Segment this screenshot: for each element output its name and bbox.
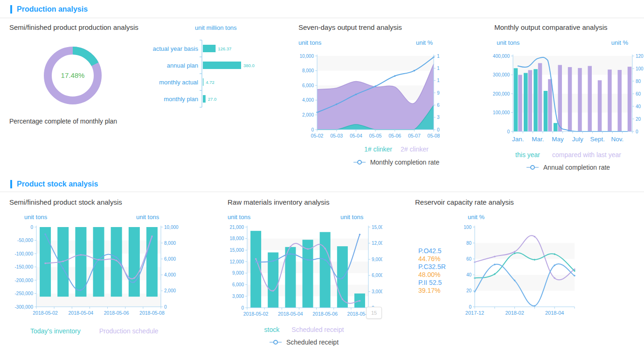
unit-left-label: unit tons: [298, 39, 321, 46]
panel-title: Raw materials inventory analysis: [228, 198, 329, 206]
svg-text:15,000: 15,000: [372, 225, 382, 230]
svg-text:3,000: 3,000: [232, 294, 244, 299]
svg-text:15,000: 15,000: [229, 248, 244, 253]
svg-text:4,000: 4,000: [164, 272, 176, 277]
svg-text:2018-05-06: 2018-05-06: [312, 311, 338, 317]
legend-bars: this year compared with last year: [492, 151, 644, 159]
svg-text:2018-05-02: 2018-05-02: [33, 310, 58, 316]
panel-production-analysis: Semi/finished product production analysi…: [9, 21, 289, 175]
legend-item-last-year[interactable]: compared with last year: [552, 151, 621, 159]
section-title: Product stock analysis: [17, 180, 98, 188]
panel-stock-analysis: Semi/finished product stock analysis uni…: [9, 195, 219, 352]
legend-item-inventory[interactable]: Today's inventory: [30, 327, 81, 335]
svg-text:0: 0: [636, 129, 638, 134]
panel-title: Semi/finished product stock analysis: [9, 198, 122, 206]
svg-text:60: 60: [466, 256, 472, 262]
legend-item-annual-rate[interactable]: Annual completion rate: [543, 164, 610, 171]
svg-text:05-05: 05-05: [369, 133, 382, 138]
svg-text:12,000: 12,000: [229, 259, 244, 264]
panel-monthly-output: Monthly output comparative analysis unit…: [492, 21, 644, 175]
svg-text:05-08: 05-08: [428, 133, 440, 138]
legend-item-schedule[interactable]: Production schedule: [99, 327, 159, 335]
line-legend-icon: [353, 159, 366, 165]
svg-text:20: 20: [636, 117, 641, 122]
unit-right-label: unit tons: [340, 214, 363, 221]
svg-text:40: 40: [466, 272, 472, 277]
svg-text:6,000: 6,000: [164, 256, 176, 262]
svg-text:12,000: 12,000: [372, 241, 382, 246]
legend-item-scheduled-receipt[interactable]: Scheduled receipt: [291, 326, 344, 333]
unit-label: unit million tons: [195, 24, 237, 31]
grade-name: P.O42.5: [418, 247, 446, 255]
svg-text:18,000: 18,000: [229, 236, 244, 241]
panel-title: Semi/finished product production analysi…: [9, 23, 138, 31]
svg-text:40: 40: [636, 104, 641, 109]
panel-title: Seven-days output trend analysis: [298, 23, 402, 31]
donut-caption: Percentage complete of monthly plan: [9, 117, 117, 125]
svg-text:4.72: 4.72: [206, 80, 215, 85]
svg-text:100: 100: [636, 66, 644, 71]
svg-text:80: 80: [636, 79, 641, 84]
legend-line[interactable]: Scheduled receipt: [226, 338, 382, 346]
svg-text:Jan.: Jan.: [512, 136, 524, 143]
svg-text:100,000: 100,000: [493, 110, 510, 115]
svg-text:0: 0: [311, 127, 314, 132]
seven-days-chart[interactable]: 02,0004,0006,0008,00010,000036912151805-…: [279, 51, 440, 146]
unit-label: unit %: [468, 214, 485, 221]
panel-reservoir: Reservoir capacity rate analysis unit % …: [415, 195, 644, 352]
production-bar-chart[interactable]: actual year basis126.37annual plan380.0m…: [140, 38, 280, 115]
svg-text:6,000: 6,000: [232, 282, 244, 287]
reservoir-grade-labels: P.O42.5 44.76% P.C32.5R 48.00% P.II 52.5…: [418, 247, 446, 295]
svg-text:21,000: 21,000: [229, 225, 244, 230]
panel-title: Monthly output comparative analysis: [494, 23, 608, 31]
svg-text:6: 6: [437, 103, 440, 108]
line-legend-icon: [526, 165, 539, 170]
svg-text:2,000: 2,000: [164, 288, 176, 293]
section-header-production: Production analysis: [10, 4, 88, 14]
svg-text:-250,000: -250,000: [15, 291, 34, 296]
svg-text:0: 0: [164, 304, 167, 310]
svg-text:July: July: [572, 136, 583, 143]
svg-text:20: 20: [466, 288, 472, 293]
svg-text:actual year basis: actual year basis: [152, 45, 198, 52]
legend-line[interactable]: Annual completion rate: [492, 164, 644, 171]
section-divider: [0, 18, 644, 18]
legend-item-2-clinker[interactable]: 2# clinker: [401, 145, 429, 153]
svg-text:18: 18: [437, 54, 440, 59]
svg-text:10,000: 10,000: [299, 54, 314, 59]
grade-name: P.II 52.5: [418, 279, 446, 287]
svg-text:8,000: 8,000: [164, 241, 176, 246]
section-divider: [0, 192, 644, 192]
svg-text:126.37: 126.37: [218, 46, 231, 51]
svg-text:2018-05-04: 2018-05-04: [278, 311, 303, 317]
svg-text:15: 15: [437, 66, 440, 71]
svg-text:monthly actual: monthly actual: [159, 79, 198, 86]
monthly-output-chart[interactable]: 0100,000200,000300,000400,00002040608010…: [488, 51, 644, 153]
legend-line[interactable]: Monthly completion rate: [298, 159, 494, 166]
legend-item-scheduled-receipt-line[interactable]: Scheduled receipt: [286, 338, 339, 346]
svg-text:Nov.: Nov.: [611, 136, 624, 143]
unit-right-label: unit tons: [136, 214, 159, 221]
svg-text:2,000: 2,000: [302, 112, 314, 117]
svg-text:380.0: 380.0: [243, 63, 255, 68]
svg-text:0: 0: [507, 129, 510, 134]
raw-materials-chart[interactable]: 03,0006,0009,00012,00015,00018,00021,000…: [226, 223, 382, 324]
legend-item-this-year[interactable]: this year: [515, 151, 540, 159]
legend-item-stock[interactable]: stock: [264, 326, 280, 333]
legend-item-1-clinker[interactable]: 1# clinker: [364, 145, 392, 153]
legend-row: Today's inventory Production schedule: [9, 327, 219, 335]
unit-right-label: unit %: [416, 39, 433, 46]
svg-text:0: 0: [469, 304, 471, 310]
svg-text:80: 80: [466, 241, 472, 246]
svg-text:17.48%: 17.48%: [61, 71, 85, 79]
svg-text:3: 3: [437, 115, 440, 120]
monthly-plan-donut-chart[interactable]: 17.48%: [35, 38, 110, 115]
reservoir-chart[interactable]: 0204060801002017-122018-022018-04: [453, 223, 586, 322]
legend-item-completion-rate[interactable]: Monthly completion rate: [370, 159, 440, 166]
svg-text:100: 100: [464, 225, 471, 230]
panel-title: Reservoir capacity rate analysis: [415, 198, 514, 206]
svg-text:2017-12: 2017-12: [465, 310, 484, 316]
svg-text:0: 0: [437, 127, 440, 132]
stock-analysis-chart[interactable]: -300,000-250,000-200,000-150,000-100,000…: [9, 223, 205, 323]
svg-text:0: 0: [241, 305, 244, 311]
